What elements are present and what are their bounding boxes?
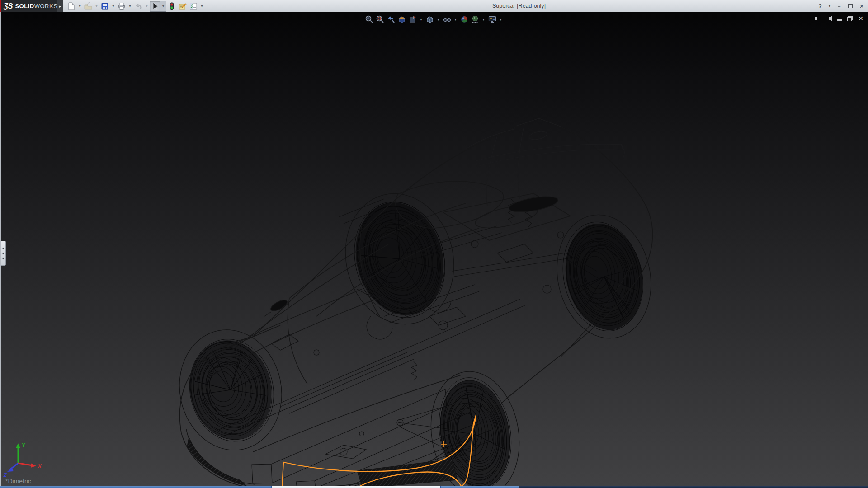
collapse-left-icon — [2, 257, 4, 260]
select-button[interactable] — [150, 1, 160, 12]
document-window-controls: ✕ — [814, 15, 863, 22]
options-checklist-button[interactable] — [188, 1, 199, 12]
logo-text-bold: SOLID — [15, 3, 34, 9]
help-dropdown[interactable]: ▾ — [828, 4, 831, 8]
front-splitter-grille — [187, 437, 246, 486]
design-binder-note-button[interactable] — [177, 1, 188, 12]
reference-triad: Y X Z — [3, 441, 52, 479]
taskbar-active-window-button[interactable] — [271, 486, 441, 488]
feature-panel-collapse-tab[interactable] — [1, 241, 6, 266]
solidworks-logo-glyph: ƷS — [4, 2, 13, 10]
save-button[interactable] — [99, 1, 110, 12]
panel-toggle-left-icon[interactable] — [814, 16, 820, 21]
z-axis-label: Z — [3, 472, 7, 478]
rebuild-traffic-light-button[interactable] — [166, 1, 177, 12]
document-title: Supercar [Read-only] — [478, 0, 560, 12]
x-axis-arrow — [31, 463, 36, 468]
main-toolbar: ▾ ▾ ▾ ▾ ▾ ▾ — [66, 0, 205, 12]
previous-view-icon[interactable] — [386, 15, 396, 24]
annotation-views-icon[interactable] — [408, 15, 417, 24]
open-document-dropdown[interactable]: ▾ — [94, 1, 99, 12]
headsup-view-toolbar: ▾ ▾ ▾ ▾ ▾ — [364, 14, 503, 25]
taskbar-segment — [519, 486, 868, 488]
app-restore-button[interactable] — [847, 3, 854, 9]
document-restore-button[interactable] — [847, 16, 853, 21]
open-document-button[interactable] — [83, 1, 94, 12]
edit-appearance-icon[interactable] — [459, 15, 469, 24]
zoom-to-fit-icon[interactable] — [364, 15, 374, 24]
new-document-button[interactable] — [66, 1, 77, 12]
view-orientation-label: *Dimetric — [5, 478, 31, 485]
menu-expand-button[interactable]: ▸ — [57, 0, 63, 12]
print-dropdown[interactable]: ▾ — [127, 1, 133, 12]
apply-scene-dropdown[interactable]: ▾ — [481, 18, 486, 22]
wheel-front-left — [180, 331, 283, 449]
view-orientation-dropdown[interactable]: ▾ — [436, 18, 441, 22]
view-settings-icon[interactable] — [487, 15, 497, 24]
wheel-rear-right — [553, 214, 652, 338]
select-dropdown[interactable]: ▾ — [160, 1, 166, 12]
solidworks-logo: ƷS SOLIDWORKS — [0, 0, 57, 12]
title-bar: ƷS SOLIDWORKS ▸ ▾ ▾ ▾ ▾ ▾ — [0, 0, 868, 12]
new-document-dropdown[interactable]: ▾ — [77, 1, 83, 12]
y-axis-label: Y — [22, 442, 26, 448]
solidworks-window: ▾ ▾ ▾ ▾ ▾ ✕ — [0, 0, 868, 488]
logo-text-light: WORKS — [34, 3, 58, 9]
view-orientation-icon[interactable] — [425, 15, 434, 24]
app-window-controls: ? ▾ − ✕ — [816, 0, 865, 12]
save-dropdown[interactable]: ▾ — [110, 1, 116, 12]
collapse-left-icon — [2, 252, 4, 255]
display-style-icon[interactable] — [442, 15, 452, 24]
print-button[interactable] — [116, 1, 127, 12]
document-minimize-button[interactable] — [837, 17, 842, 21]
undo-dropdown[interactable]: ▾ — [144, 1, 150, 12]
zoom-to-area-icon[interactable] — [375, 15, 385, 24]
app-close-button[interactable]: ✕ — [858, 3, 865, 9]
app-minimize-button[interactable]: − — [835, 3, 843, 9]
screen-edge-marker — [0, 0, 1, 12]
annotation-views-dropdown[interactable]: ▾ — [419, 18, 424, 22]
x-axis-label: X — [38, 463, 42, 469]
taskbar-segment[interactable] — [0, 486, 271, 488]
collapse-left-icon — [2, 247, 4, 250]
display-style-dropdown[interactable]: ▾ — [453, 18, 458, 22]
rear-wing-wireframe — [466, 118, 625, 206]
view-settings-dropdown[interactable]: ▾ — [498, 18, 503, 22]
section-view-icon[interactable] — [397, 15, 406, 24]
panel-toggle-right-icon[interactable] — [826, 16, 832, 21]
help-button[interactable]: ? — [816, 3, 824, 9]
apply-scene-icon[interactable] — [470, 15, 480, 24]
wireframe-car-canvas[interactable] — [0, 0, 868, 488]
options-dropdown[interactable]: ▾ — [199, 1, 205, 12]
document-close-button[interactable]: ✕ — [858, 15, 863, 22]
y-axis-arrow — [16, 443, 20, 448]
taskbar-segment[interactable] — [441, 486, 519, 488]
undo-button[interactable] — [133, 1, 144, 12]
os-taskbar-edge[interactable] — [0, 486, 868, 488]
